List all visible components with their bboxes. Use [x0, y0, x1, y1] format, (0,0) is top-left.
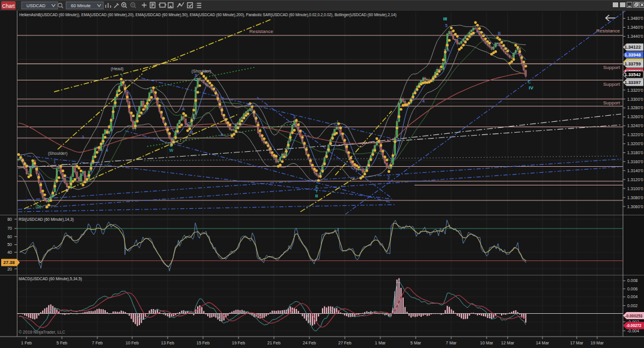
svg-text:A: A [447, 48, 450, 52]
svg-text:1.33759: 1.33759 [624, 61, 640, 67]
svg-text:4: 4 [106, 148, 108, 152]
svg-text:1.3180'0: 1.3180'0 [627, 151, 643, 155]
svg-text:1 Mar: 1 Mar [375, 341, 386, 345]
svg-text:C: C [527, 80, 530, 84]
svg-text:(Shoulder): (Shoulder) [48, 151, 68, 156]
svg-text:5: 5 [445, 23, 448, 28]
svg-text:15 Feb: 15 Feb [196, 341, 210, 345]
svg-text:ii: ii [315, 193, 318, 199]
svg-text:5 Mar: 5 Mar [410, 341, 422, 345]
svg-text:3: 3 [82, 135, 84, 139]
svg-text:12 Mar: 12 Mar [501, 341, 514, 345]
svg-text:1.3080'0: 1.3080'0 [627, 196, 643, 200]
svg-text:70: 70 [7, 226, 12, 230]
svg-text:1.3480'0: 1.3480'0 [627, 16, 643, 20]
svg-text:1.3060'0: 1.3060'0 [627, 205, 643, 209]
svg-text:4: 4 [422, 99, 425, 103]
svg-text:-0.00272: -0.00272 [626, 323, 642, 328]
svg-text:1.3440'0: 1.3440'0 [627, 34, 643, 38]
svg-text:1.3100'0: 1.3100'0 [627, 187, 643, 191]
svg-text:B: B [190, 130, 193, 134]
svg-text:Resistance: Resistance [249, 29, 273, 34]
svg-text:10 Feb: 10 Feb [126, 341, 139, 345]
svg-text:40: 40 [7, 250, 12, 254]
svg-text:20: 20 [7, 267, 12, 271]
svg-text:1 Feb: 1 Feb [21, 341, 32, 345]
svg-text:Support: Support [603, 82, 621, 87]
svg-text:1.3280'0: 1.3280'0 [627, 106, 643, 110]
svg-text:60: 60 [7, 235, 12, 239]
svg-text:X: X [195, 73, 198, 77]
svg-text:19 Mar: 19 Mar [591, 341, 604, 345]
svg-text:19 Feb: 19 Feb [232, 341, 245, 345]
svg-text:(Head): (Head) [111, 67, 123, 71]
svg-text:B: B [498, 31, 501, 35]
svg-text:13 Feb: 13 Feb [161, 341, 174, 345]
svg-text:2: 2 [66, 188, 68, 193]
svg-text:Support: Support [603, 65, 621, 70]
svg-text:III: III [443, 16, 448, 22]
svg-text:B: B [248, 103, 251, 107]
svg-text:7 Mar: 7 Mar [446, 341, 457, 345]
svg-text:1.33948: 1.33948 [624, 52, 640, 58]
svg-text:1.3220'0: 1.3220'0 [627, 133, 643, 137]
svg-text:7 Feb: 7 Feb [92, 341, 103, 345]
svg-text:2: 2 [387, 176, 390, 180]
svg-text:0.002: 0.002 [627, 304, 638, 308]
svg-text:1.3120'0: 1.3120'0 [627, 178, 643, 182]
svg-text:1.33397: 1.33397 [624, 80, 640, 85]
svg-text:HeikenAshi8(USDCAD (60 Minute): HeikenAshi8(USDCAD (60 Minute)), EMA(USD… [19, 13, 396, 17]
svg-text:1.3200'0: 1.3200'0 [627, 142, 643, 146]
svg-text:3: 3 [293, 115, 296, 119]
svg-text:1: 1 [53, 160, 56, 164]
svg-text:0.008: 0.008 [627, 278, 638, 283]
svg-text:C: C [169, 143, 172, 148]
svg-text:0.006: 0.006 [627, 287, 638, 291]
svg-text:0.004: 0.004 [627, 295, 638, 299]
svg-text:-0.000253: -0.000253 [625, 314, 643, 318]
svg-text:1.3260'0: 1.3260'0 [627, 115, 643, 119]
svg-text:1.3460'0: 1.3460'0 [627, 25, 643, 29]
svg-text:10 Mar: 10 Mar [480, 341, 493, 345]
svg-text:Resistance: Resistance [596, 28, 620, 34]
svg-text:IV: IV [529, 85, 533, 91]
svg-text:MACD(USDCAD (60 Minute),5,34,5: MACD(USDCAD (60 Minute),5,34,5) [19, 277, 82, 281]
svg-text:(b): (b) [35, 203, 41, 209]
svg-text:RSI(USDCAD (60 Minute),14,3): RSI(USDCAD (60 Minute),14,3) [19, 217, 74, 222]
svg-text:USDCAD: USDCAD [26, 3, 46, 8]
svg-text:W: W [169, 148, 174, 152]
svg-text:5 Feb: 5 Feb [56, 341, 67, 345]
svg-text:27 Feb: 27 Feb [338, 341, 351, 345]
svg-text:1.3300'0: 1.3300'0 [627, 97, 643, 101]
svg-text:A: A [220, 133, 223, 137]
svg-text:Y: Y [315, 189, 318, 193]
svg-text:1.34122: 1.34122 [624, 44, 640, 50]
svg-text:17 Mar: 17 Mar [570, 341, 583, 345]
svg-text:14 Mar: 14 Mar [536, 341, 549, 345]
svg-text:C: C [194, 77, 197, 82]
svg-text:1.3320'0: 1.3320'0 [627, 88, 643, 92]
svg-text:-0.004: -0.004 [627, 329, 639, 333]
svg-text:1.3160'0: 1.3160'0 [627, 160, 643, 164]
svg-text:21 Feb: 21 Feb [267, 341, 281, 345]
svg-text:© 2019 NinjaTrader, LLC: © 2019 NinjaTrader, LLC [19, 330, 65, 335]
svg-text:1.3140'0: 1.3140'0 [627, 169, 643, 173]
svg-text:50: 50 [7, 242, 12, 247]
svg-text:1.3240'0: 1.3240'0 [627, 124, 643, 128]
svg-text:27.38: 27.38 [4, 260, 15, 265]
svg-text:24 Feb: 24 Feb [303, 341, 316, 345]
svg-text:1.33542: 1.33542 [624, 72, 640, 77]
svg-text:60 Minute: 60 Minute [71, 3, 91, 8]
svg-text:A: A [182, 107, 185, 111]
svg-text:c: c [315, 184, 318, 188]
svg-text:80: 80 [7, 217, 12, 221]
svg-text:Chart: Chart [2, 3, 15, 9]
svg-text:Support: Support [603, 100, 621, 106]
